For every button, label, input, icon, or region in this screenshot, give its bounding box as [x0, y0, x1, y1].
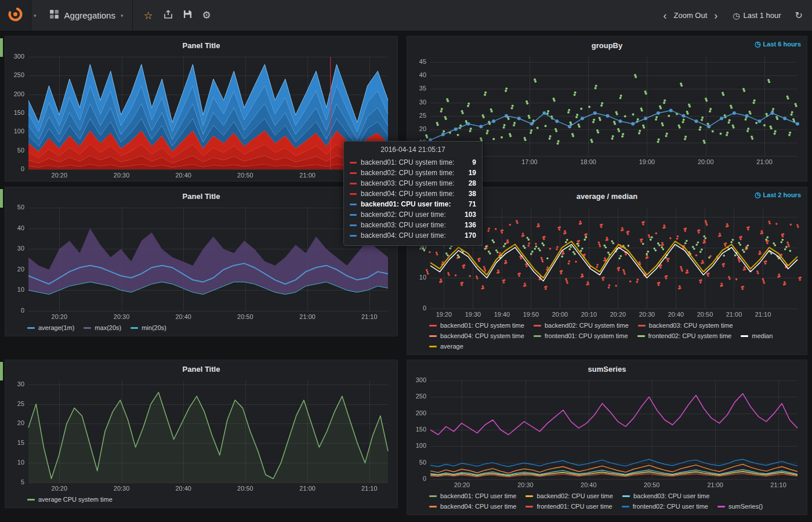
- timeseries-graph[interactable]: [9, 52, 394, 180]
- star-icon: ☆: [143, 10, 153, 21]
- legend-series-swatch: [534, 325, 541, 327]
- grafana-logo-icon: [8, 6, 23, 24]
- panel-header: sumSeries: [411, 362, 803, 376]
- dashboard-actions: ☆ ⚙: [133, 10, 221, 21]
- legend-series-label: average(1m): [38, 323, 74, 332]
- tooltip-series-value: 38: [469, 188, 476, 199]
- row-indicator: [0, 362, 3, 380]
- timeseries-graph[interactable]: [9, 203, 394, 321]
- tooltip-series-swatch: [350, 224, 357, 226]
- panel-header: Panel Title: [9, 38, 394, 52]
- legend-series-swatch: [84, 327, 91, 329]
- legend-series-label: max(20s): [95, 323, 121, 332]
- chevron-right-icon[interactable]: ›: [713, 10, 719, 21]
- dashboard-picker[interactable]: Aggregations ▾: [40, 0, 133, 31]
- panel-header: Panel Title: [9, 189, 394, 203]
- legend-item[interactable]: max(20s): [84, 323, 121, 332]
- tooltip-series-label: backend04: CPU system time:: [361, 188, 465, 199]
- panel-title[interactable]: groupBy: [592, 41, 622, 50]
- legend-series-label: backend02: CPU system time: [545, 321, 629, 330]
- legend-series-swatch: [429, 495, 437, 497]
- legend-series-swatch: [741, 335, 748, 337]
- legend-item[interactable]: backend02: CPU system time: [534, 321, 629, 330]
- legend-item[interactable]: backend03: CPU user time: [622, 491, 709, 501]
- legend-item[interactable]: backend01: CPU user time: [429, 491, 516, 501]
- tooltip-series-row: backend04: CPU user time:170: [350, 230, 476, 241]
- legend-item[interactable]: frontend01: CPU user time: [525, 502, 612, 511]
- legend-series-label: frontend01: CPU system time: [545, 331, 628, 340]
- chart-area: [9, 52, 394, 180]
- legend-series-swatch: [717, 506, 725, 507]
- timeseries-graph[interactable]: [9, 376, 394, 493]
- panel-title[interactable]: Panel Title: [183, 192, 220, 201]
- settings-button[interactable]: ⚙: [202, 10, 211, 20]
- logo-chevron-down-icon[interactable]: ▾: [31, 13, 40, 19]
- legend-item[interactable]: frontend02: CPU system time: [637, 331, 732, 340]
- clock-icon: ◷: [755, 41, 760, 48]
- timeseries-graph[interactable]: [411, 376, 803, 490]
- tooltip-timestamp: 2016-04-14 21:05:17: [350, 146, 476, 154]
- legend-series-label: backend01: CPU system time: [440, 321, 524, 330]
- legend-item[interactable]: backend03: CPU system time: [638, 321, 733, 330]
- legend-item[interactable]: average: [429, 342, 463, 351]
- legend-item[interactable]: backend04: CPU user time: [429, 502, 516, 511]
- legend-series-label: backend01: CPU user time: [440, 491, 516, 501]
- chart-area: [9, 203, 394, 321]
- panel-time-range-label: Last 6 hours: [763, 41, 801, 48]
- tooltip-series-label: backend02: CPU system time:: [361, 168, 465, 178]
- tooltip-series-swatch: [350, 172, 357, 174]
- tooltip-series-value: 103: [465, 209, 476, 220]
- clock-icon: ◷: [733, 12, 740, 20]
- legend-item[interactable]: backend01: CPU system time: [429, 321, 524, 330]
- share-button[interactable]: [164, 10, 173, 21]
- legend-item[interactable]: min(20s): [130, 323, 166, 332]
- panel-header: Panel Title: [9, 362, 394, 376]
- graph-legend: average CPU system time: [9, 493, 394, 506]
- chevron-down-icon: ▾: [121, 13, 124, 19]
- legend-item[interactable]: frontend01: CPU system time: [534, 331, 628, 340]
- panel-sumseries: sumSeries backend01: CPU user timebacken…: [407, 360, 807, 515]
- timepicker: ‹ Zoom Out › ◷ Last 1 hour ↻: [662, 10, 812, 21]
- refresh-button[interactable]: ↻: [795, 11, 803, 20]
- chevron-left-icon[interactable]: ‹: [662, 10, 668, 21]
- chart-area: [9, 376, 394, 493]
- legend-item[interactable]: average CPU system time: [27, 495, 113, 504]
- panel-stacked-cpu: Panel Title: [5, 36, 398, 182]
- time-range-button[interactable]: ◷ Last 1 hour: [733, 11, 781, 20]
- legend-series-label: sumSeries(): [728, 502, 763, 511]
- panel-title[interactable]: Panel Title: [183, 41, 220, 50]
- legend-item[interactable]: backend02: CPU user time: [525, 491, 612, 501]
- panel-title[interactable]: Panel Title: [183, 365, 220, 374]
- dashboard-title: Aggregations: [64, 10, 115, 20]
- legend-series-swatch: [525, 506, 533, 507]
- time-range-label: Last 1 hour: [744, 11, 781, 20]
- legend-item[interactable]: backend04: CPU system time: [429, 331, 524, 340]
- legend-item[interactable]: average(1m): [27, 323, 74, 332]
- star-button[interactable]: ☆: [143, 10, 153, 21]
- legend-series-swatch: [429, 325, 437, 327]
- tooltip-series-label: backend03: CPU user time:: [361, 220, 461, 230]
- panel-title[interactable]: average / median: [577, 192, 638, 201]
- tooltip-series-value: 170: [465, 230, 476, 241]
- tooltip-series-swatch: [350, 204, 357, 205]
- grafana-logo-button[interactable]: [0, 0, 31, 31]
- tooltip-series-row: backend01: CPU system time:9: [350, 157, 476, 168]
- legend-series-label: backend04: CPU system time: [440, 331, 524, 340]
- tooltip-series-swatch: [350, 183, 357, 184]
- legend-item[interactable]: median: [741, 331, 773, 340]
- row-indicator: [0, 38, 3, 57]
- zoom-out-button[interactable]: Zoom Out: [674, 11, 708, 20]
- tooltip-series-value: 28: [469, 178, 476, 188]
- tooltip-series-swatch: [350, 235, 357, 237]
- save-button[interactable]: [183, 10, 192, 21]
- panel-time-range-badge: ◷ Last 6 hours: [755, 41, 801, 48]
- panel-title[interactable]: sumSeries: [588, 365, 626, 374]
- panel-avg-max-min: Panel Title average(1m)max(20s)min(20s): [5, 187, 398, 336]
- legend-series-label: frontend02: CPU user time: [633, 502, 708, 511]
- tooltip-series-value: 9: [472, 157, 476, 168]
- legend-series-swatch: [429, 346, 437, 347]
- legend-item[interactable]: frontend02: CPU user time: [622, 502, 708, 511]
- legend-item[interactable]: sumSeries(): [717, 502, 763, 511]
- row-indicator: [0, 189, 3, 208]
- tooltip-series-label: backend03: CPU system time:: [361, 178, 465, 188]
